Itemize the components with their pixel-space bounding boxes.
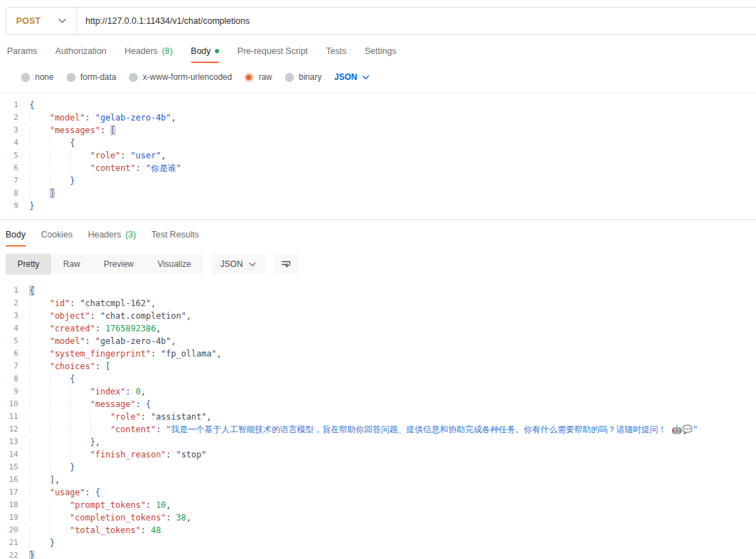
line-number: 20 (0, 524, 29, 537)
body-mode-form-data[interactable]: form-data (66, 72, 116, 82)
line-number: 9 (0, 385, 29, 398)
line-number: 3 (0, 124, 29, 137)
code-line: 1{ (0, 284, 756, 297)
line-number: 2 (0, 297, 29, 310)
request-body-editor[interactable]: 1{2 "model": "gelab-zero-4b",3 "messages… (0, 92, 756, 220)
tab-label: Test Results (151, 230, 199, 240)
code-text: "finish_reason": "stop" (29, 448, 206, 461)
body-mode-raw[interactable]: raw (244, 72, 272, 82)
response-tab-cookies[interactable]: Cookies (41, 227, 73, 247)
line-number: 6 (0, 347, 29, 360)
code-line: 18 "prompt_tokens": 10, (0, 499, 756, 511)
line-number: 22 (0, 549, 29, 559)
response-tab-headers[interactable]: Headers(3) (88, 227, 136, 247)
line-number: 7 (0, 360, 29, 373)
code-text: } (29, 537, 55, 549)
code-line: 16 ], (0, 474, 756, 486)
body-mode-selector: noneform-datax-www-form-urlencodedrawbin… (0, 70, 756, 84)
code-line: 12 "content": "我是一个基于人工智能技术的语言模型，旨在帮助你回答… (0, 423, 756, 436)
line-number: 13 (0, 436, 29, 448)
request-tab-headers[interactable]: Headers(8) (125, 43, 173, 63)
code-text: { (29, 137, 75, 149)
code-line: 6 "content": "你是谁" (0, 162, 756, 174)
body-mode-none[interactable]: none (21, 72, 54, 82)
view-mode-preview[interactable]: Preview (92, 254, 146, 275)
line-number: 4 (0, 137, 29, 149)
request-tab-pre-request-script[interactable]: Pre-request Script (237, 43, 308, 63)
code-line: 5 "model": "gelab-zero-4b", (0, 335, 756, 347)
response-section: BodyCookiesHeaders(3)Test Results Pretty… (0, 227, 756, 275)
body-mode-label: raw (258, 72, 272, 82)
code-line: 17 "usage": { (0, 486, 756, 499)
response-tab-body[interactable]: Body (6, 227, 26, 247)
method-selector[interactable]: POST (6, 8, 76, 34)
raw-type-dropdown[interactable]: JSON (334, 72, 370, 82)
body-mode-binary[interactable]: binary (285, 72, 322, 82)
code-text: "content": "你是谁" (29, 162, 181, 174)
request-tab-authorization[interactable]: Authorization (55, 43, 106, 63)
request-tabs: ParamsAuthorizationHeaders(8)BodyPre-req… (0, 43, 756, 63)
line-number: 15 (0, 461, 29, 474)
tab-count-badge: (8) (162, 46, 172, 56)
code-text: "role": "assistant", (29, 410, 211, 423)
code-line: 22} (0, 549, 756, 559)
code-line: 8 ] (0, 187, 756, 200)
line-number: 1 (0, 284, 29, 297)
response-view-mode-switch: PrettyRawPreviewVisualize (6, 254, 203, 275)
tab-label: Tests (326, 46, 346, 56)
code-text: "object": "chat.completion", (29, 310, 191, 322)
line-number: 5 (0, 149, 29, 162)
code-line: 19 "completion_tokens": 38, (0, 511, 756, 524)
code-text: { (29, 373, 75, 385)
line-number: 3 (0, 310, 29, 322)
radio-selected-icon (244, 73, 253, 82)
request-tab-params[interactable]: Params (7, 43, 37, 63)
request-tab-settings[interactable]: Settings (365, 43, 396, 63)
code-text: }, (29, 436, 100, 448)
line-number: 9 (0, 200, 29, 212)
url-input[interactable] (77, 16, 756, 26)
code-line: 7 } (0, 174, 756, 187)
tab-label: Authorization (55, 46, 106, 56)
code-line: 9 "index": 0, (0, 385, 756, 398)
code-line: 3 "object": "chat.completion", (0, 310, 756, 322)
response-tab-test-results[interactable]: Test Results (151, 227, 199, 247)
tab-label: Headers (125, 46, 158, 56)
code-text: "usage": { (29, 486, 100, 499)
tab-label: Headers (88, 230, 121, 240)
response-format-dropdown[interactable]: JSON (211, 254, 265, 275)
code-text: "total_tokens": 48 (29, 524, 161, 537)
code-line: 14 "finish_reason": "stop" (0, 448, 756, 461)
code-line: 2 "model": "gelab-zero-4b", (0, 111, 756, 124)
response-format-label: JSON (220, 259, 243, 269)
view-mode-visualize[interactable]: Visualize (146, 254, 203, 275)
response-tabs: BodyCookiesHeaders(3)Test Results (0, 227, 756, 247)
tab-label: Body (191, 46, 211, 56)
wrap-lines-button[interactable] (274, 254, 299, 275)
code-text: } (29, 461, 75, 474)
code-line: 4 "created": 1765892386, (0, 322, 756, 335)
tab-label: Body (6, 230, 26, 240)
code-text: "model": "gelab-zero-4b", (29, 111, 176, 124)
code-text: "system_fingerprint": "fp_ollama", (29, 347, 222, 360)
code-line: 8 { (0, 373, 756, 385)
code-text: ] (29, 187, 55, 200)
body-mode-x-www-form-urlencoded[interactable]: x-www-form-urlencoded (129, 72, 232, 82)
body-content-dot-icon (215, 49, 219, 53)
method-label: POST (16, 16, 41, 26)
code-line: 11 "role": "assistant", (0, 410, 756, 423)
view-mode-pretty[interactable]: Pretty (6, 254, 51, 275)
line-number: 21 (0, 537, 29, 549)
code-line: 21 } (0, 537, 756, 549)
tab-label: Pre-request Script (237, 46, 308, 56)
code-text: "created": 1765892386, (29, 322, 161, 335)
url-row: POST (0, 0, 756, 35)
request-builder: POST ParamsAuthorizationHeaders(8)BodyPr… (0, 0, 756, 220)
chevron-down-icon (248, 262, 256, 267)
view-mode-raw[interactable]: Raw (51, 254, 92, 275)
line-number: 16 (0, 474, 29, 486)
request-tab-tests[interactable]: Tests (326, 43, 346, 63)
raw-type-label: JSON (334, 72, 357, 82)
line-number: 12 (0, 423, 29, 436)
request-tab-body[interactable]: Body (191, 43, 220, 63)
